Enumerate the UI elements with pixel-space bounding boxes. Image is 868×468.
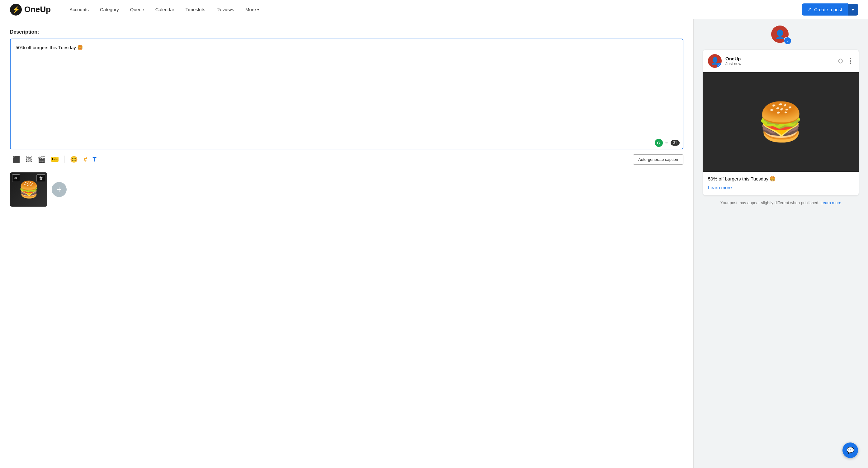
gif-icon: GIF: [51, 157, 59, 162]
text-area-wrapper: 50% off burgers this Tuesday 🍔 G ✏ 31: [10, 39, 683, 149]
description-label: Description:: [10, 29, 683, 35]
nav-calendar[interactable]: Calendar: [155, 7, 174, 12]
check-badge: ✓: [784, 37, 792, 45]
card-avatar-badge: ✓: [717, 63, 722, 68]
text-icon: T: [92, 156, 96, 163]
chat-bubble-button[interactable]: 💬: [842, 442, 858, 458]
gif-button[interactable]: GIF: [49, 155, 61, 163]
account-avatar-wrapper: 👤 ✓: [771, 26, 790, 45]
card-name: OneUp: [725, 56, 834, 61]
preview-card: 👤 ✓ OneUp Just now ⬡ ⋮ 🍔: [703, 50, 859, 195]
create-post-arrow-button[interactable]: ▾: [848, 4, 858, 15]
hashtag-button[interactable]: #: [81, 154, 89, 165]
card-name-block: OneUp Just now: [725, 56, 834, 66]
upload-files-icon: ⬛: [12, 156, 20, 163]
burger-emoji: 🍔: [757, 100, 804, 144]
logo-icon: ⚡: [10, 4, 22, 15]
checkmark-icon: ✓: [786, 39, 789, 43]
textarea-footer: G ✏ 31: [10, 137, 683, 149]
plus-icon: +: [57, 185, 62, 195]
image-icon: 🖼: [26, 156, 32, 163]
disclaimer: Your post may appear slightly different …: [720, 200, 841, 205]
char-count: 31: [671, 140, 680, 146]
create-post-button[interactable]: ↗ Create a post: [802, 3, 848, 15]
post-textarea[interactable]: 50% off burgers this Tuesday 🍔: [10, 39, 683, 136]
card-learn-more: Learn more: [703, 183, 859, 195]
nav-more[interactable]: More ▾: [245, 7, 259, 12]
hashtag-icon: #: [84, 156, 87, 163]
learn-more-link[interactable]: Learn more: [708, 185, 732, 190]
nav-actions: ↗ Create a post ▾: [802, 3, 858, 15]
upload-video-button[interactable]: 🎬: [35, 154, 48, 165]
grammarly-icon: G: [655, 139, 663, 147]
nav-links: Accounts Category Queue Calendar Timeslo…: [69, 7, 802, 12]
edit-icon: ✏: [665, 141, 668, 145]
text-button[interactable]: T: [90, 154, 99, 165]
more-options-button[interactable]: ⋮: [847, 57, 854, 65]
toolbar-divider: [64, 156, 64, 163]
emoji-icon: 😊: [70, 156, 78, 163]
edit-image-button[interactable]: ✏: [12, 174, 20, 182]
toolbar: ⬛ 🖼 🎬 GIF 😊 # T Auto-generate caption: [10, 154, 683, 165]
logo[interactable]: ⚡ OneUp: [10, 4, 51, 15]
card-avatar: 👤 ✓: [708, 54, 722, 68]
image-thumbnail: 🍔 ✏ 🗑: [10, 172, 47, 207]
chat-icon: 💬: [846, 446, 854, 454]
card-header: 👤 ✓ OneUp Just now ⬡ ⋮: [703, 50, 859, 72]
card-time: Just now: [725, 61, 834, 66]
main-layout: Description: 50% off burgers this Tuesda…: [0, 19, 868, 468]
nav-category[interactable]: Category: [100, 7, 119, 12]
image-row: 🍔 ✏ 🗑 +: [10, 172, 683, 207]
nav-accounts[interactable]: Accounts: [69, 7, 89, 12]
disclaimer-learn-more-link[interactable]: Learn more: [821, 200, 841, 205]
right-panel: 👤 ✓ 👤 ✓ OneUp Just now: [694, 19, 868, 468]
external-link-icon: ↗: [808, 6, 812, 12]
left-panel: Description: 50% off burgers this Tuesda…: [0, 19, 694, 468]
auto-caption-button[interactable]: Auto-generate caption: [633, 154, 683, 165]
video-icon: 🎬: [38, 156, 45, 163]
emoji-button[interactable]: 😊: [67, 154, 80, 165]
nav-reviews[interactable]: Reviews: [216, 7, 234, 12]
delete-image-button[interactable]: 🗑: [36, 174, 45, 182]
card-actions: ⬡ ⋮: [838, 57, 854, 65]
avatar-icon: 👤: [775, 29, 785, 39]
burger-thumb-emoji: 🍔: [19, 180, 39, 199]
add-media-button[interactable]: +: [52, 182, 67, 197]
card-caption: 50% off burgers this Tuesday 🍔: [703, 172, 859, 183]
nav-timeslots[interactable]: Timeslots: [186, 7, 206, 12]
upload-files-button[interactable]: ⬛: [10, 154, 23, 165]
share-button[interactable]: ⬡: [838, 57, 843, 65]
verified-icon: ✓: [718, 64, 720, 67]
navbar: ⚡ OneUp Accounts Category Queue Calendar…: [0, 0, 868, 19]
nav-queue[interactable]: Queue: [130, 7, 144, 12]
upload-image-button[interactable]: 🖼: [23, 154, 35, 165]
burger-preview-image: 🍔: [703, 72, 859, 172]
chevron-down-icon: ▾: [257, 7, 259, 12]
